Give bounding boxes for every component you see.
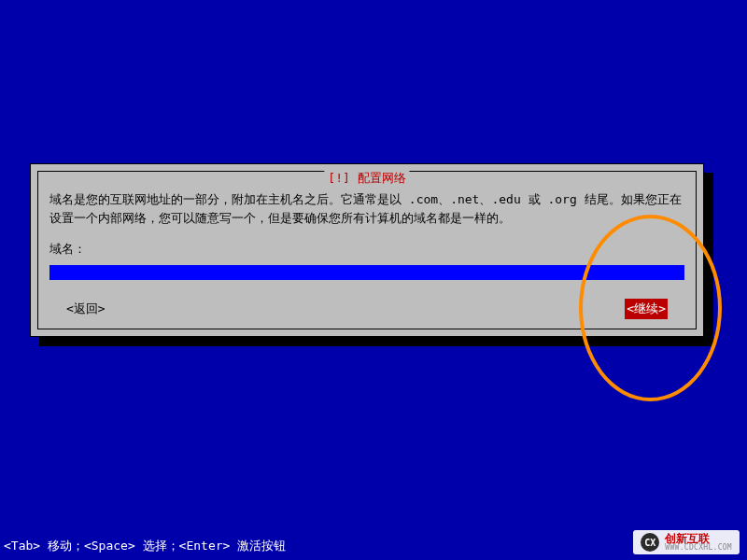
dialog-body: 域名是您的互联网地址的一部分，附加在主机名之后。它通常是以 .com、.net、… bbox=[38, 172, 696, 329]
dialog-description: 域名是您的互联网地址的一部分，附加在主机名之后。它通常是以 .com、.net、… bbox=[49, 190, 684, 227]
dialog-title: [!] 配置网络 bbox=[324, 170, 409, 187]
domain-label: 域名： bbox=[49, 240, 684, 259]
watermark: CX 创新互联 WWW.CDCXHL.COM bbox=[633, 530, 740, 554]
continue-button[interactable]: <继续> bbox=[625, 299, 668, 319]
domain-input[interactable] bbox=[49, 265, 684, 280]
watermark-icon: CX bbox=[641, 533, 659, 552]
dialog-button-row: <返回> <继续> bbox=[49, 299, 684, 319]
dialog-frame: [!] 配置网络 域名是您的互联网地址的一部分，附加在主机名之后。它通常是以 .… bbox=[37, 171, 697, 329]
watermark-domain: WWW.CDCXHL.COM bbox=[665, 544, 732, 552]
watermark-icon-text: CX bbox=[644, 538, 655, 548]
back-button[interactable]: <返回> bbox=[66, 300, 106, 318]
configure-network-dialog: [!] 配置网络 域名是您的互联网地址的一部分，附加在主机名之后。它通常是以 .… bbox=[30, 163, 704, 337]
footer-hint: <Tab> 移动；<Space> 选择；<Enter> 激活按钮 bbox=[4, 538, 286, 554]
watermark-text: 创新互联 WWW.CDCXHL.COM bbox=[665, 533, 732, 552]
